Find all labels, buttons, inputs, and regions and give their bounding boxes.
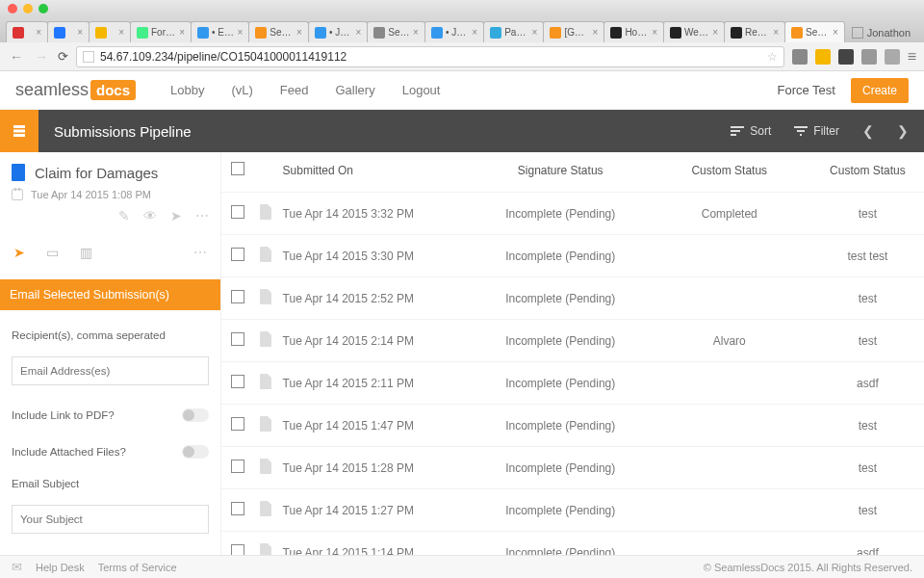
nav-link[interactable]: Logout bbox=[402, 83, 441, 97]
col-custom-status-1[interactable]: Custom Status bbox=[648, 152, 811, 193]
browser-tab[interactable]: Report× bbox=[724, 21, 785, 42]
reload-button[interactable]: ⟳ bbox=[58, 49, 68, 64]
nav-link[interactable]: Lobby bbox=[170, 83, 204, 97]
row-checkbox[interactable] bbox=[231, 460, 244, 473]
table-row[interactable]: Tue Apr 14 2015 1:27 PMIncomplete (Pendi… bbox=[221, 489, 924, 532]
browser-tab[interactable]: × bbox=[89, 21, 131, 42]
row-checkbox[interactable] bbox=[231, 417, 244, 431]
tab-close-icon[interactable]: × bbox=[179, 27, 185, 38]
browser-tab[interactable]: Webflo× bbox=[663, 21, 725, 42]
table-row[interactable]: Tue Apr 14 2015 2:11 PMIncomplete (Pendi… bbox=[221, 362, 924, 405]
row-checkbox[interactable] bbox=[231, 544, 244, 555]
tab-close-icon[interactable]: × bbox=[472, 27, 477, 38]
browser-menu-icon[interactable]: ≡ bbox=[908, 48, 916, 66]
table-row[interactable]: Tue Apr 14 2015 1:28 PMIncomplete (Pendi… bbox=[221, 447, 924, 489]
row-checkbox[interactable] bbox=[231, 502, 244, 515]
bookmark-star-icon[interactable]: ☆ bbox=[767, 50, 778, 64]
browser-tab[interactable]: FormC× bbox=[130, 21, 192, 42]
nav-link[interactable]: (vL) bbox=[231, 83, 252, 97]
tab-close-icon[interactable]: × bbox=[77, 27, 83, 38]
more-icon[interactable]: ⋯ bbox=[195, 208, 209, 223]
tab-favicon bbox=[255, 27, 267, 39]
table-row[interactable]: Tue Apr 14 2015 1:47 PMIncomplete (Pendi… bbox=[221, 405, 924, 447]
browser-tab[interactable]: • Jona× bbox=[308, 21, 368, 42]
browser-tab[interactable]: × bbox=[6, 21, 48, 42]
tab-close-icon[interactable]: × bbox=[532, 27, 538, 38]
tab-close-icon[interactable]: × bbox=[652, 27, 657, 38]
tab-label: Seaml bbox=[270, 27, 294, 38]
col-submitted[interactable]: Submitted On bbox=[279, 152, 474, 193]
back-button[interactable]: ← bbox=[8, 49, 25, 65]
tab-close-icon[interactable]: × bbox=[355, 27, 361, 38]
recipients-input[interactable] bbox=[12, 356, 209, 385]
nav-link[interactable]: Feed bbox=[280, 83, 309, 97]
tab-close-icon[interactable]: × bbox=[413, 27, 419, 38]
browser-tab[interactable]: Hostin× bbox=[603, 21, 664, 42]
row-checkbox[interactable] bbox=[231, 205, 244, 219]
row-checkbox[interactable] bbox=[231, 332, 244, 346]
browser-profile[interactable]: Jonathon bbox=[844, 23, 918, 42]
address-bar[interactable]: 54.67.109.234/pipeline/CO150410000114191… bbox=[76, 46, 784, 67]
select-all-checkbox[interactable] bbox=[231, 162, 244, 175]
toggle-pdf[interactable] bbox=[182, 408, 209, 422]
tab-close-icon[interactable]: × bbox=[118, 27, 124, 38]
filter-button[interactable]: Filter bbox=[794, 124, 839, 138]
window-close-icon[interactable] bbox=[8, 4, 17, 13]
tab-film-icon[interactable]: ▥ bbox=[80, 245, 92, 260]
browser-tab[interactable]: Setup× bbox=[367, 21, 425, 42]
window-zoom-icon[interactable] bbox=[38, 4, 48, 13]
tab-close-icon[interactable]: × bbox=[237, 27, 243, 38]
brand-logo[interactable]: seamlessdocs bbox=[15, 80, 136, 100]
extension-icon[interactable] bbox=[885, 49, 900, 65]
next-page-button[interactable]: ❯ bbox=[897, 123, 909, 139]
force-test-link[interactable]: Force Test bbox=[778, 83, 835, 97]
create-button[interactable]: Create bbox=[851, 78, 909, 103]
terms-link[interactable]: Terms of Service bbox=[98, 562, 177, 573]
forward-button[interactable]: → bbox=[33, 49, 50, 65]
browser-tab[interactable]: • Ente× bbox=[191, 21, 249, 42]
browser-tab[interactable]: Seaml× bbox=[248, 21, 309, 42]
subject-input[interactable] bbox=[12, 505, 209, 534]
extension-icon[interactable] bbox=[815, 49, 831, 65]
table-row[interactable]: Tue Apr 14 2015 2:52 PMIncomplete (Pendi… bbox=[221, 277, 924, 320]
help-desk-link[interactable]: Help Desk bbox=[36, 562, 85, 573]
prev-page-button[interactable]: ❮ bbox=[862, 123, 874, 139]
extension-icon[interactable] bbox=[792, 49, 808, 65]
table-row[interactable]: Tue Apr 14 2015 2:14 PMIncomplete (Pendi… bbox=[221, 320, 924, 362]
col-custom-status-2[interactable]: Custom Status bbox=[811, 152, 924, 193]
browser-tab[interactable]: Pando× bbox=[483, 21, 544, 42]
table-row[interactable]: Tue Apr 14 2015 1:14 PMIncomplete (Pendi… bbox=[221, 532, 924, 556]
tab-more-icon[interactable]: ⋯ bbox=[193, 245, 207, 260]
tab-close-icon[interactable]: × bbox=[773, 27, 779, 38]
browser-tab[interactable]: Seaml× bbox=[784, 21, 845, 42]
tab-send-icon[interactable]: ➤ bbox=[13, 245, 25, 260]
row-checkbox[interactable] bbox=[231, 375, 244, 388]
browser-tab[interactable]: [GSA F× bbox=[543, 21, 604, 42]
sort-button[interactable]: Sort bbox=[731, 124, 771, 138]
browser-tab[interactable]: × bbox=[47, 21, 90, 42]
extension-icon[interactable] bbox=[861, 49, 877, 65]
mail-icon[interactable]: ✉ bbox=[12, 560, 22, 574]
row-checkbox[interactable] bbox=[231, 248, 244, 261]
tab-close-icon[interactable]: × bbox=[712, 27, 718, 38]
send-icon[interactable]: ➤ bbox=[170, 208, 182, 223]
edit-icon[interactable]: ✎ bbox=[118, 208, 130, 223]
tab-close-icon[interactable]: × bbox=[296, 27, 302, 38]
table-row[interactable]: Tue Apr 14 2015 3:32 PMIncomplete (Pendi… bbox=[221, 193, 924, 235]
tab-close-icon[interactable]: × bbox=[36, 27, 41, 38]
browser-tab[interactable]: • Jona× bbox=[424, 21, 484, 42]
tab-close-icon[interactable]: × bbox=[593, 27, 599, 38]
table-row[interactable]: Tue Apr 14 2015 3:30 PMIncomplete (Pendi… bbox=[221, 235, 924, 277]
row-checkbox[interactable] bbox=[231, 290, 244, 303]
preview-icon[interactable]: 👁 bbox=[143, 208, 157, 223]
file-icon bbox=[260, 543, 271, 555]
col-signature-status[interactable]: Signature Status bbox=[474, 152, 648, 193]
tab-close-icon[interactable]: × bbox=[833, 27, 838, 38]
nav-link[interactable]: Gallery bbox=[336, 83, 375, 97]
extension-icon[interactable] bbox=[838, 49, 854, 65]
cell-custom-status-1 bbox=[648, 489, 811, 532]
tab-clipboard-icon[interactable]: ▭ bbox=[46, 245, 59, 260]
tab-favicon bbox=[431, 27, 443, 39]
toggle-files[interactable] bbox=[182, 445, 209, 459]
window-minimize-icon[interactable] bbox=[23, 4, 33, 13]
